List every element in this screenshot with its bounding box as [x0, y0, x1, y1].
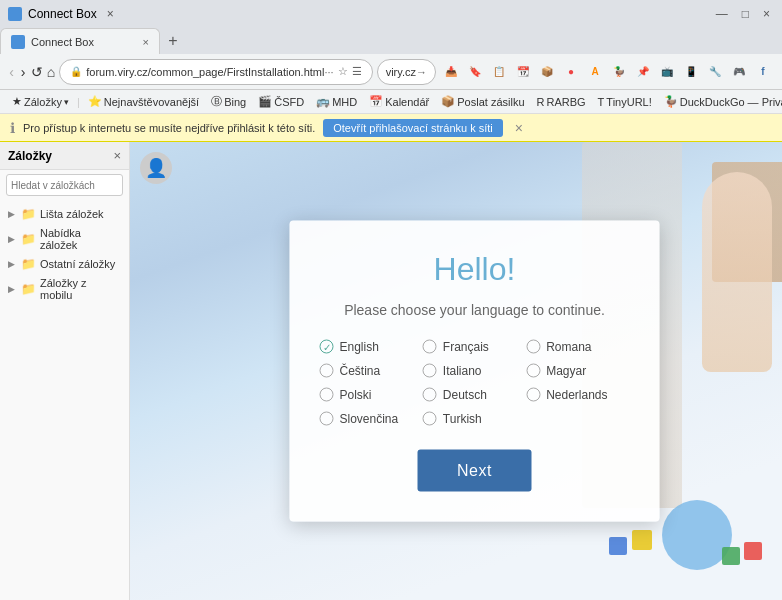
bookmark-poslat[interactable]: 📦 Poslat zásilku [437, 95, 528, 108]
title-bar: Connect Box × — □ × [0, 0, 782, 28]
toolbar-icon-10[interactable]: 📺 [656, 61, 678, 83]
star-icon[interactable]: ☆ [338, 65, 348, 78]
forward-button[interactable]: › [19, 59, 26, 85]
window-close[interactable]: × [763, 7, 770, 21]
language-option-francais[interactable]: Français [423, 340, 526, 354]
next-button[interactable]: Next [417, 450, 532, 492]
language-label-english: English [340, 340, 379, 354]
radio-francais[interactable] [423, 340, 437, 354]
radio-polski[interactable] [320, 388, 334, 402]
language-label-francais: Français [443, 340, 489, 354]
sidebar-item-lista[interactable]: ▶ 📁 Lišta záložek [0, 204, 129, 224]
radio-english[interactable]: ✓ [320, 340, 334, 354]
language-option-romana[interactable]: Romana [526, 340, 629, 354]
sidebar-close-btn[interactable]: × [113, 148, 121, 163]
language-option-magyar[interactable]: Magyar [526, 364, 629, 378]
title-close[interactable]: × [107, 7, 114, 21]
user-avatar: 👤 [140, 152, 172, 184]
toolbar-icon-3[interactable]: 📋 [488, 61, 510, 83]
more-icon[interactable]: ··· [324, 66, 333, 78]
language-grid: ✓ English Français Romana [320, 340, 630, 426]
window-maximize[interactable]: □ [742, 7, 749, 21]
bookmark-kalendar[interactable]: 📅 Kalendář [365, 95, 433, 108]
language-option-nederlands[interactable]: Nederlands [526, 388, 629, 402]
toolbar-icon-6[interactable]: ● [560, 61, 582, 83]
window-minimize[interactable]: — [716, 7, 728, 21]
bookmarks-label: Záložky [24, 96, 62, 108]
bookmark-duckduckgo[interactable]: 🦆 DuckDuckGo — Privac... [660, 95, 782, 108]
bookmark-csfd[interactable]: 🎬 ČSFD [254, 95, 308, 108]
back-button[interactable]: ‹ [8, 59, 15, 85]
bookmark-bing[interactable]: Ⓑ Bing [207, 94, 250, 109]
new-tab-button[interactable]: + [160, 28, 186, 54]
radio-turkish[interactable] [423, 412, 437, 426]
tab-label: Connect Box [31, 36, 94, 48]
toolbar-icon-14[interactable]: f [752, 61, 774, 83]
tab-close-btn[interactable]: × [143, 36, 149, 48]
language-label-romana: Romana [546, 340, 591, 354]
language-label-turkish: Turkish [443, 412, 482, 426]
sidebar-icon-3: 📁 [21, 257, 36, 271]
radio-deutsch[interactable] [423, 388, 437, 402]
tab-favicon [8, 7, 22, 21]
language-label-nederlands: Nederlands [546, 388, 607, 402]
sidebar-search-container [0, 170, 129, 200]
sidebar-label-3: Ostatní záložky [40, 258, 115, 270]
bookmarks-icon: ★ [12, 95, 22, 108]
toolbar-icon-1[interactable]: 📥 [440, 61, 462, 83]
info-icon: ℹ [10, 120, 15, 136]
bookmarks-folder[interactable]: ★ Záložky ▾ [8, 95, 73, 108]
sidebar-item-mobil[interactable]: ▶ 📁 Záložky z mobilu [0, 274, 129, 304]
radio-romana[interactable] [526, 340, 540, 354]
reload-button[interactable]: ↺ [31, 59, 43, 85]
toolbar-icon-9[interactable]: 📌 [632, 61, 654, 83]
address-bar[interactable]: 🔒 forum.viry.cz/common_page/FirstInstall… [59, 59, 372, 85]
toolbar-icon-7[interactable]: A [584, 61, 606, 83]
avatar-icon: 👤 [145, 157, 167, 179]
sidebar-item-ostatni[interactable]: ▶ 📁 Ostatní záložky [0, 254, 129, 274]
language-option-polski[interactable]: Polski [320, 388, 423, 402]
radio-slovencina[interactable] [320, 412, 334, 426]
radio-cestina[interactable] [320, 364, 334, 378]
sidebar-search-input[interactable] [6, 174, 123, 196]
address-text: forum.viry.cz/common_page/FirstInstallat… [86, 66, 324, 78]
language-label-polski: Polski [340, 388, 372, 402]
language-option-cestina[interactable]: Čeština [320, 364, 423, 378]
search-bar[interactable]: viry.cz → [377, 59, 436, 85]
bookmark-mhd[interactable]: 🚌 MHD [312, 95, 361, 108]
toolbar-icon-12[interactable]: 🔧 [704, 61, 726, 83]
language-option-italiano[interactable]: Italiano [423, 364, 526, 378]
sidebar-icon-4: 📁 [21, 282, 36, 296]
language-option-english[interactable]: ✓ English [320, 340, 423, 354]
dialog-subtitle: Please choose your language to continue. [320, 302, 630, 318]
info-close-icon[interactable]: × [515, 120, 523, 136]
language-label-cestina: Čeština [340, 364, 381, 378]
sidebar-items: ▶ 📁 Lišta záložek ▶ 📁 Nabídka záložek ▶ … [0, 200, 129, 600]
toolbar-icon-8[interactable]: 🦆 [608, 61, 630, 83]
bookmark-rarbg[interactable]: R RARBG [533, 96, 590, 108]
bm-csfd-icon: 🎬 [258, 95, 272, 108]
toolbar-icon-11[interactable]: 📱 [680, 61, 702, 83]
toolbar-icon-2[interactable]: 🔖 [464, 61, 486, 83]
open-login-button[interactable]: Otevřít přihlašovací stránku k síti [323, 119, 503, 137]
bookmarks-arrow: ▾ [64, 97, 69, 107]
bookmark-nejnavstevovanejsi[interactable]: ⭐Nejnavštěvovanější [84, 95, 203, 108]
home-button[interactable]: ⌂ [47, 59, 55, 85]
info-text: Pro přístup k internetu se musíte nejdří… [23, 122, 315, 134]
search-arrow: → [416, 66, 427, 78]
radio-nederlands[interactable] [526, 388, 540, 402]
language-option-deutsch[interactable]: Deutsch [423, 388, 526, 402]
browser-tab[interactable]: Connect Box × [0, 28, 160, 54]
search-text: viry.cz [386, 66, 416, 78]
toolbar-icon-13[interactable]: 🎮 [728, 61, 750, 83]
reader-icon[interactable]: ☰ [352, 65, 362, 78]
radio-magyar[interactable] [526, 364, 540, 378]
language-option-slovencina[interactable]: Slovenčina [320, 412, 423, 426]
bookmark-tinyurl[interactable]: T TinyURL! [594, 96, 656, 108]
toolbar-icon-4[interactable]: 📆 [512, 61, 534, 83]
radio-italiano[interactable] [423, 364, 437, 378]
language-option-turkish[interactable]: Turkish [423, 412, 526, 426]
toolbar-icons: 📥 🔖 📋 📆 📦 ● A 🦆 📌 📺 📱 🔧 🎮 f [440, 61, 774, 83]
sidebar-item-nabidka[interactable]: ▶ 📁 Nabídka záložek [0, 224, 129, 254]
toolbar-icon-5[interactable]: 📦 [536, 61, 558, 83]
